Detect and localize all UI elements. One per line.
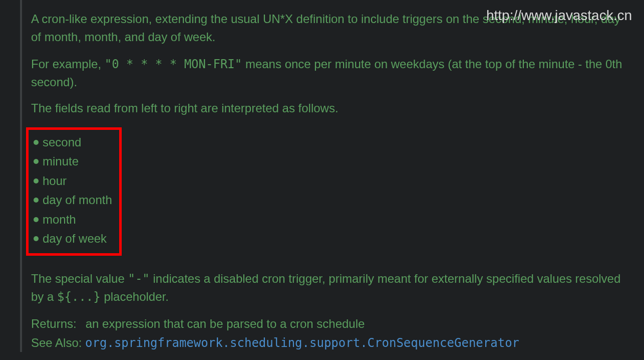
list-item: second: [31, 133, 112, 152]
doc-fields-heading: The fields read from left to right are i…: [31, 99, 624, 117]
list-item: day of month: [31, 191, 112, 210]
example-code: "0 * * * * MON-FRI": [105, 57, 242, 71]
doc-example: For example, "0 * * * * MON-FRI" means o…: [31, 55, 624, 91]
see-also-label: See Also:: [31, 336, 85, 349]
returns-text: an expression that can be parsed to a cr…: [86, 317, 365, 330]
list-item: month: [31, 210, 112, 229]
special-suffix: placeholder.: [101, 290, 169, 303]
fields-highlight-box: second minute hour day of month month da…: [26, 127, 122, 256]
returns-label: Returns:: [31, 317, 77, 330]
doc-see-also: See Also: org.springframework.scheduling…: [31, 334, 624, 352]
doc-returns: Returns:an expression that can be parsed…: [31, 315, 624, 333]
doc-special-value: The special value "-" indicates a disabl…: [31, 270, 624, 306]
list-item: hour: [31, 171, 112, 191]
watermark: http://www.javastack.cn: [486, 5, 632, 26]
list-item: minute: [31, 152, 112, 171]
special-prefix: The special value: [31, 272, 128, 285]
javadoc-block: A cron-like expression, extending the us…: [20, 0, 644, 352]
special-placeholder: ${...}: [57, 290, 101, 304]
list-item: day of week: [31, 229, 112, 248]
special-code: "-": [128, 272, 149, 286]
fields-list: second minute hour day of month month da…: [31, 133, 112, 248]
see-also-link[interactable]: org.springframework.scheduling.support.C…: [85, 336, 519, 350]
example-prefix: For example,: [31, 57, 105, 71]
